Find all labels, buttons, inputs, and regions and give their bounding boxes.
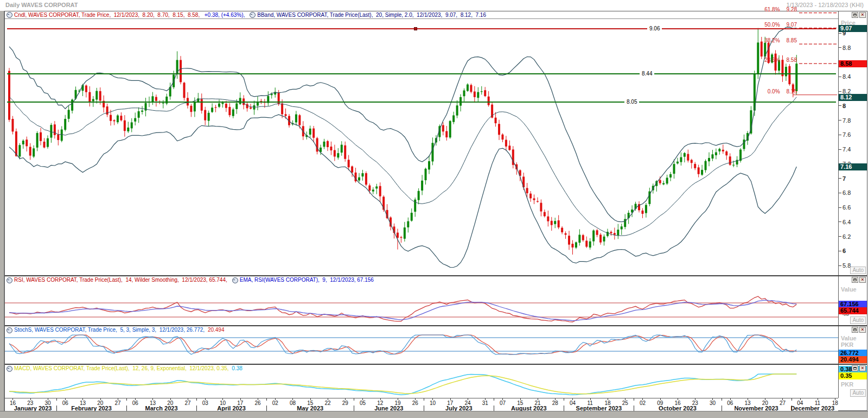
legend-text: Cndl, WAVES CORPORAT, Trade Price, 12/1/… [14, 12, 203, 18]
day-tick-label: 26 [254, 400, 260, 406]
legend-text: StochS, WAVES CORPORAT, Trade Price, 5, … [14, 327, 206, 333]
clock-icon [7, 366, 12, 372]
chart-title: Daily WAVES CORPORAT [5, 2, 78, 8]
bottom-margin-strip [0, 411, 868, 418]
left-margin-strip [0, 11, 4, 411]
trendline-label[interactable]: 8.05 [624, 99, 639, 105]
legend-item[interactable]: EMA, RSI(WAVES CORPORAT), 9, 12/1/2023, … [232, 277, 374, 283]
price-axis[interactable]: ×Price98.88.68.48.287.87.67.47.276.86.66… [838, 11, 867, 275]
close-pane-button[interactable]: × [859, 327, 866, 333]
axis-tick: 7.6 [839, 131, 851, 138]
time-axis[interactable]: 1623300613202706132027031017260208152229… [5, 398, 838, 411]
fib-level-label[interactable]: 38.2%8.85 [741, 37, 797, 43]
price-legend: Cndl, WAVES CORPORAT, Trade Price, 12/1/… [5, 11, 838, 19]
day-tick-label: 05 [360, 400, 366, 406]
fib-percent: 50.0% [764, 22, 780, 28]
month-separator [564, 406, 564, 411]
rsi-ema-line [9, 300, 796, 321]
legend-text: 20.494 [208, 327, 225, 333]
rsi-pane[interactable]: RSI, WAVES CORPORAT, Trade Price(Last), … [5, 275, 867, 325]
trendline-label[interactable]: 8.44 [640, 71, 654, 77]
minimize-pane-button[interactable] [852, 327, 858, 333]
window-titlebar: Daily WAVES CORPORAT 1/13/2023 - 12/18/2… [0, 0, 868, 11]
month-boundary-mark [424, 398, 424, 401]
tick-mark [839, 135, 841, 135]
minimize-pane-button[interactable] [852, 12, 858, 18]
legend-text: EMA, RSI(WAVES CORPORAT), 9, 12/1/2023, … [240, 277, 374, 283]
month-boundary-mark [722, 398, 722, 401]
trendline-label[interactable]: 9.06 [647, 26, 662, 32]
trendline-handle[interactable] [414, 27, 417, 30]
fib-level-label[interactable]: 50.0%9.07 [741, 22, 797, 28]
day-tick-label: 08 [290, 400, 296, 406]
price-chart-svg[interactable] [5, 11, 838, 275]
minimize-pane-button[interactable] [852, 365, 858, 371]
candles-group [8, 28, 797, 255]
axis-tick: 6.2 [839, 233, 851, 240]
rsi-axis[interactable]: ×Value4067.15665.744Auto40 [838, 276, 867, 325]
month-separator [722, 406, 722, 411]
day-tick-label: 22 [324, 400, 330, 406]
month-separator [634, 406, 634, 411]
axis-tick: 8.4 [839, 73, 851, 80]
month-separator [266, 406, 267, 411]
legend-item[interactable]: StochS, WAVES CORPORAT, Trade Price, 5, … [7, 327, 224, 333]
axis-tick: 8 [839, 103, 846, 109]
fib-level-label[interactable]: 0.0%8.15 [741, 88, 797, 94]
tick-mark [839, 251, 841, 251]
month-separator [424, 406, 424, 411]
day-tick-label: 06 [727, 400, 733, 406]
axis-tick: 6.4 [839, 219, 851, 225]
price-pane[interactable]: Cndl, WAVES CORPORAT, Trade Price, 12/1/… [5, 11, 867, 275]
auto-scale-button[interactable]: Auto [850, 389, 866, 397]
axis-header: PKR [841, 341, 853, 348]
clock-icon [7, 327, 12, 333]
tick-label: 6.4 [843, 219, 851, 225]
tick-label: 8 [843, 103, 846, 109]
close-pane-button[interactable]: × [859, 12, 866, 18]
legend-text: RSI, WAVES CORPORAT, Trade Price(Last), … [14, 277, 227, 283]
day-tick-label: 29 [342, 400, 348, 406]
tick-mark [839, 221, 841, 222]
legend-item[interactable]: BBand, WAVES CORPORAT, Trade Price(Last)… [250, 12, 486, 18]
axis-tick: 8.8 [839, 45, 851, 51]
tick-label: 6.2 [843, 233, 851, 240]
macd-axis[interactable]: ×PKR0.380.35Auto [838, 365, 867, 398]
close-pane-button[interactable]: × [859, 277, 866, 283]
legend-item[interactable]: MACD, WAVES CORPORAT, Trade Price(Last),… [7, 365, 242, 372]
day-tick-label: 27 [780, 400, 786, 406]
legend-item[interactable]: RSI, WAVES CORPORAT, Trade Price(Last), … [7, 277, 227, 283]
legend-text: MACD, WAVES CORPORAT, Trade Price(Last),… [14, 365, 230, 372]
day-tick-label: 03 [202, 400, 208, 406]
month-separator [354, 406, 354, 411]
day-tick-label: 02 [640, 400, 646, 406]
auto-scale-button[interactable]: Auto [850, 316, 866, 324]
day-tick-label: 02 [272, 400, 278, 406]
legend-item[interactable]: Cndl, WAVES CORPORAT, Trade Price, 12/1/… [7, 12, 245, 18]
tick-mark [839, 265, 841, 266]
clock-icon [7, 277, 12, 283]
close-pane-button[interactable]: × [859, 365, 866, 371]
fib-level-label[interactable]: 23.6%8.58 [741, 57, 797, 63]
axis-badge: 0.35 [839, 372, 867, 379]
tick-mark [839, 207, 841, 208]
fibonacci-group [793, 13, 837, 95]
stochastic-pane[interactable]: StochS, WAVES CORPORAT, Trade Price, 5, … [5, 325, 867, 364]
stochastic-legend: StochS, WAVES CORPORAT, Trade Price, 5, … [5, 326, 838, 334]
macd-pane[interactable]: MACD, WAVES CORPORAT, Trade Price(Last),… [5, 364, 867, 398]
stochastic-axis[interactable]: ×ValuePKR26.77220.494 [838, 326, 867, 364]
fib-price: 8.85 [787, 37, 797, 43]
axis-header: Value [841, 335, 857, 341]
minimize-pane-button[interactable] [852, 277, 858, 283]
clock-icon [250, 12, 256, 18]
auto-scale-button[interactable]: Auto [850, 267, 866, 274]
legend-text: 0.38 [232, 365, 242, 372]
axis-tick: 6.6 [839, 204, 851, 211]
tick-mark [839, 178, 841, 179]
tick-mark [839, 105, 841, 106]
fib-price: 8.58 [787, 57, 797, 63]
tick-label: 7.6 [843, 131, 851, 138]
tick-mark [839, 33, 841, 34]
fib-percent: 23.6% [764, 57, 780, 63]
month-boundary-mark [634, 398, 634, 401]
